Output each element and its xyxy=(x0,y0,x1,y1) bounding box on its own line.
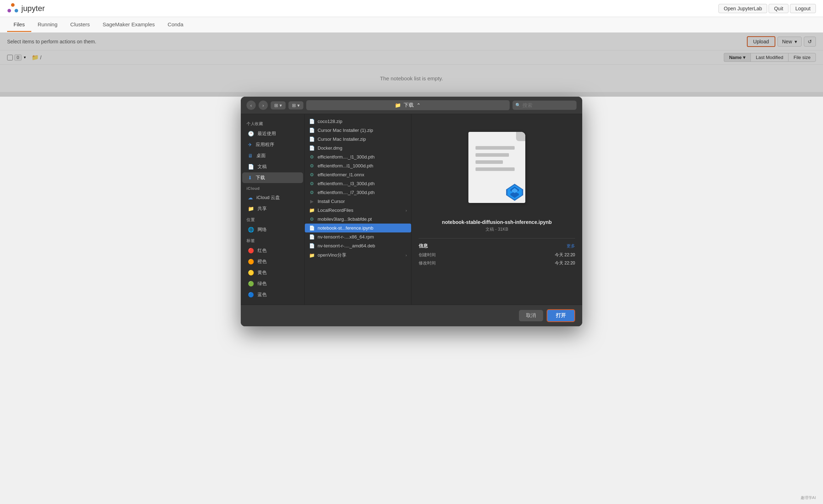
apps-icon: ✈ xyxy=(248,142,252,148)
sidebar-item-apps[interactable]: ✈ 应用程序 xyxy=(242,139,303,150)
file-item-efficientform5[interactable]: ⚙ efficientform...._l7_300d.pth xyxy=(305,188,411,197)
file-item-localrecord[interactable]: 📁 LocalRecordFiles › xyxy=(305,206,411,215)
file-icon-coco128: 📄 xyxy=(309,119,315,124)
shared-icon: 📁 xyxy=(248,206,254,211)
picker-location-text: 下载 xyxy=(404,102,414,108)
file-name-nv1: nv-tensorrt-r-....x86_64.rpm xyxy=(318,234,407,240)
file-item-efficientform4[interactable]: ⚙ efficientform...._l3_300d.pth xyxy=(305,179,411,188)
file-icon-nv2: 📄 xyxy=(309,243,315,248)
sidebar-item-yellow-label: 黄色 xyxy=(257,269,267,276)
vscode-icon xyxy=(505,183,524,202)
sidebar-item-orange[interactable]: 🟠 橙色 xyxy=(242,256,303,267)
sidebar-item-desktop[interactable]: 🖥 桌面 xyxy=(242,150,303,161)
picker-open-button[interactable]: 打开 xyxy=(547,309,575,322)
blue-tag-icon: 🔵 xyxy=(248,292,254,297)
tab-running[interactable]: Running xyxy=(31,18,64,32)
sidebar-item-red[interactable]: 🔴 红色 xyxy=(242,245,303,256)
file-icon-cursor1: 📄 xyxy=(309,128,315,133)
sidebar-item-shared[interactable]: 📁 共享 xyxy=(242,203,303,214)
file-item-efficientform3[interactable]: ⚙ efficientformer_l1.onnx xyxy=(305,170,411,179)
network-icon: 🌐 xyxy=(248,227,254,232)
file-icon-ef4: ⚙ xyxy=(309,181,315,186)
file-icon-ef3: ⚙ xyxy=(309,172,315,177)
sidebar-item-blue-label: 蓝色 xyxy=(257,291,267,298)
sidebar-item-blue[interactable]: 🔵 蓝色 xyxy=(242,289,303,300)
file-icon-cursor: 📄 xyxy=(309,136,315,142)
file-icon-ef5: ⚙ xyxy=(309,190,315,195)
svg-point-1 xyxy=(7,9,11,12)
file-name-ef2: efficientform...l1_1000d.pth xyxy=(318,163,407,168)
sidebar-item-icloud-drive[interactable]: ☁ iCloud 云盘 xyxy=(242,192,303,203)
file-item-cursor-installer[interactable]: 📄 Cursor Mac Installer.zip xyxy=(305,135,411,144)
file-item-nv-tensorrt2[interactable]: 📄 nv-tensorrt-r-...._amd64.deb xyxy=(305,241,411,250)
sidebar-item-network[interactable]: 🌐 网络 xyxy=(242,224,303,235)
sidebar-item-yellow[interactable]: 🟡 黄色 xyxy=(242,267,303,278)
tab-conda[interactable]: Conda xyxy=(161,18,190,32)
svg-point-0 xyxy=(11,3,15,7)
file-item-arrow-openvino: › xyxy=(405,253,407,257)
sidebar-item-shared-label: 共享 xyxy=(257,205,267,212)
top-nav: jupyter Open JupyterLab Quit Logout xyxy=(0,0,823,17)
preview-info-label: 信息 xyxy=(419,243,428,249)
preview-title: notebook-stable-diffusion-ssh-inference.… xyxy=(442,219,552,225)
main-content: Select items to perform actions on them.… xyxy=(0,33,823,92)
picker-sidebar: 个人收藏 🕐 最近使用 ✈ 应用程序 🖥 桌面 📄 xyxy=(241,114,305,305)
doc-line-2 xyxy=(476,153,509,157)
downloads-icon: ⬇ xyxy=(248,175,252,181)
sidebar-item-network-label: 网络 xyxy=(257,226,267,233)
file-item-mobilev3[interactable]: ⚙ mobilev3larg...9cbabfde.pt xyxy=(305,215,411,224)
app-title: jupyter xyxy=(21,4,45,13)
logout-button[interactable]: Logout xyxy=(790,4,816,13)
picker-toolbar: ‹ › ⊞ ▾ ⊞ ▾ 📁 下载 ⌃ 🔍 xyxy=(241,97,582,114)
sidebar-section-tags: 标签 xyxy=(241,235,304,245)
file-item-efficientform1[interactable]: ⚙ efficientform...._l1_300d.pth xyxy=(305,152,411,161)
icloud-icon: ☁ xyxy=(248,195,253,200)
tab-sagemaker[interactable]: SageMaker Examples xyxy=(96,18,161,32)
quit-button[interactable]: Quit xyxy=(769,4,789,13)
file-item-docker[interactable]: 📄 Docker.dmg xyxy=(305,144,411,152)
vscode-badge xyxy=(504,182,525,203)
picker-search-input[interactable] xyxy=(513,101,577,110)
picker-forward-button[interactable]: › xyxy=(259,101,268,110)
picker-grid-button[interactable]: ⊞ ▾ xyxy=(288,101,303,109)
file-item-coco128[interactable]: 📄 coco128.zip xyxy=(305,117,411,126)
file-icon-openvino: 📁 xyxy=(309,253,315,258)
tab-files[interactable]: Files xyxy=(7,18,31,32)
open-jupyterlab-button[interactable]: Open JupyterLab xyxy=(718,4,767,13)
recent-icon: 🕐 xyxy=(248,131,254,136)
picker-view-button[interactable]: ⊞ ▾ xyxy=(271,101,286,109)
preview-subtitle: 文稿 - 31KB xyxy=(485,226,508,232)
sidebar-item-green[interactable]: 🟢 绿色 xyxy=(242,278,303,289)
sidebar-item-recent[interactable]: 🕐 最近使用 xyxy=(242,128,303,139)
file-item-nv-tensorrt1[interactable]: 📄 nv-tensorrt-r-....x86_64.rpm xyxy=(305,232,411,241)
tabs-bar: Files Running Clusters SageMaker Example… xyxy=(0,17,823,33)
file-name-install-cursor: Install Cursor xyxy=(318,199,407,204)
sidebar-item-orange-label: 橙色 xyxy=(257,258,267,265)
file-picker: ‹ › ⊞ ▾ ⊞ ▾ 📁 下载 ⌃ 🔍 xyxy=(241,97,582,326)
file-name-cursor1: Cursor Mac Installer (1).zip xyxy=(318,128,407,133)
sidebar-item-downloads[interactable]: ⬇ 下载 xyxy=(242,172,303,183)
tab-clusters[interactable]: Clusters xyxy=(64,18,96,32)
picker-location: 📁 下载 ⌃ xyxy=(306,100,510,110)
file-item-notebook[interactable]: 📄 notebook-st...ference.ipynb xyxy=(305,224,411,232)
picker-cancel-button[interactable]: 取消 xyxy=(519,310,543,321)
picker-body: 个人收藏 🕐 最近使用 ✈ 应用程序 🖥 桌面 📄 xyxy=(241,114,582,305)
file-icon-ef1: ⚙ xyxy=(309,154,315,160)
doc-line-4 xyxy=(476,167,515,171)
file-item-install-cursor[interactable]: ▶ Install Cursor xyxy=(305,197,411,206)
file-name-nv2: nv-tensorrt-r-...._amd64.deb xyxy=(318,243,407,248)
jupyter-logo: jupyter xyxy=(7,3,45,14)
file-name-coco128: coco128.zip xyxy=(318,119,407,124)
sidebar-item-documents[interactable]: 📄 文稿 xyxy=(242,161,303,172)
picker-back-button[interactable]: ‹ xyxy=(246,101,256,110)
file-item-efficientform2[interactable]: ⚙ efficientform...l1_1000d.pth xyxy=(305,161,411,170)
file-item-openvino[interactable]: 📁 openVino分享 › xyxy=(305,250,411,260)
sidebar-item-recent-label: 最近使用 xyxy=(257,130,276,137)
file-icon-install-cursor: ▶ xyxy=(309,199,315,204)
file-item-cursor-installer1[interactable]: 📄 Cursor Mac Installer (1).zip xyxy=(305,126,411,135)
location-dropdown-icon[interactable]: ⌃ xyxy=(416,102,421,108)
info-modified-val: 今天 22:20 xyxy=(555,260,575,266)
search-icon: 🔍 xyxy=(515,103,521,108)
sidebar-item-downloads-label: 下载 xyxy=(256,175,265,181)
preview-info-more[interactable]: 更多 xyxy=(567,243,575,249)
